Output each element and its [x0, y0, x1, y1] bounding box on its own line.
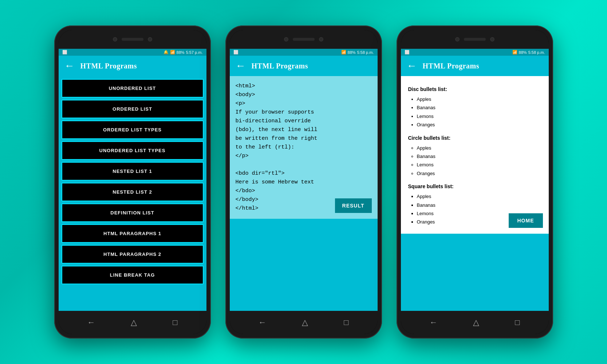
signal-icon-2: 📶: [341, 50, 346, 55]
disc-item-apples: Apples: [417, 95, 541, 103]
status-bar-1: ⬜ 🔔 📶 88% 5:57 p.m.: [59, 49, 206, 56]
menu-item-line-break-tag[interactable]: LINE BREAK TAG: [62, 266, 204, 284]
phone-bottom-2: ← △ □: [230, 311, 378, 334]
status-icons-2: 📶 88% 5:58 p.m.: [341, 50, 374, 55]
result-screen-wrapper: Disc bullets list: Apples Bananas Lemons…: [401, 76, 549, 311]
circle-item-bananas: Bananas: [417, 152, 541, 161]
phone-3: ⬜ 📶 88% 5:58 p.m. ← HTML Programs Disc b…: [397, 25, 553, 339]
menu-item-html-paragraphs-2[interactable]: HTML PARAGRAPHS 2: [62, 245, 204, 264]
camera-2: [284, 37, 288, 41]
nav-home-1[interactable]: △: [131, 318, 137, 327]
time-2: 5:58 p.m.: [357, 50, 374, 55]
app-title-2: HTML Programs: [252, 62, 308, 70]
result-screen: Disc bullets list: Apples Bananas Lemons…: [401, 76, 549, 234]
menu-item-html-paragraphs-1[interactable]: HTML PARAGRAPHS 1: [62, 224, 204, 243]
square-item-apples: Apples: [417, 192, 541, 201]
disc-item-bananas: Bananas: [417, 103, 541, 112]
nav-back-1[interactable]: ←: [87, 318, 95, 327]
status-icons-3: 📶 88% 5:58 p.m.: [512, 50, 545, 55]
square-item-bananas: Bananas: [417, 201, 541, 209]
circle-section-title: Circle bullets list:: [408, 135, 541, 141]
battery-1: 88%: [177, 50, 185, 55]
disc-list: Apples Bananas Lemons Oranges: [417, 95, 541, 129]
camera-3: [455, 37, 460, 41]
menu-item-nested-list-2[interactable]: NESTED LIST 2: [62, 183, 204, 201]
time-3: 5:58 p.m.: [528, 50, 545, 55]
phone-top-3: [401, 30, 549, 49]
phone-bottom-1: ← △ □: [59, 311, 206, 334]
time-1: 5:57 p.m.: [186, 50, 203, 55]
nav-recent-2[interactable]: □: [344, 318, 348, 327]
battery-3: 88%: [519, 50, 527, 55]
speaker-1: [122, 38, 143, 41]
app-header-2: ← HTML Programs: [230, 56, 378, 76]
camera-1: [113, 37, 117, 41]
home-button[interactable]: HOME: [509, 213, 543, 228]
nav-home-2[interactable]: △: [302, 318, 308, 327]
menu-item-unordered-list[interactable]: UNORDERED LIST: [62, 79, 204, 98]
speaker-2: [293, 38, 315, 41]
nav-recent-1[interactable]: □: [173, 318, 177, 327]
disc-item-oranges: Oranges: [417, 120, 541, 129]
phone-top-2: [230, 30, 378, 49]
back-button-3[interactable]: ←: [407, 61, 417, 71]
circle-item-lemons: Lemons: [417, 161, 541, 169]
status-icons-1: 🔔 📶 88% 5:57 p.m.: [163, 50, 203, 55]
camera-2b: [319, 37, 323, 41]
phone-bottom-3: ← △ □: [401, 311, 549, 334]
nav-home-3[interactable]: △: [473, 318, 479, 327]
status-left-1: ⬜: [62, 50, 67, 55]
app-header-3: ← HTML Programs: [401, 56, 549, 76]
camera-3b: [490, 37, 494, 41]
speaker-3: [464, 38, 486, 41]
menu-item-unordered-list-types[interactable]: UNORDERED LIST TYPES: [62, 141, 204, 160]
status-bar-2: ⬜ 📶 88% 5:58 p.m.: [230, 49, 378, 56]
phone-1: ⬜ 🔔 📶 88% 5:57 p.m. ← HTML Programs UNOR…: [54, 25, 211, 339]
back-button-2[interactable]: ←: [236, 61, 246, 71]
menu-item-ordered-list[interactable]: ORDERED LIST: [62, 100, 204, 118]
menu-list: UNORDERED LIST ORDERED LIST ORDERED LIST…: [59, 76, 206, 287]
signal-icon-3: 📶: [512, 50, 517, 55]
nav-recent-3[interactable]: □: [515, 318, 520, 327]
menu-screen: UNORDERED LIST ORDERED LIST ORDERED LIST…: [59, 76, 206, 311]
menu-item-ordered-list-types[interactable]: ORDERED LIST TYPES: [62, 120, 204, 139]
code-screen-wrapper: <html> <body> <p> If your browser suppor…: [230, 76, 378, 311]
code-block: <html> <body> <p> If your browser suppor…: [236, 82, 372, 213]
app-title-1: HTML Programs: [80, 62, 137, 70]
circle-item-oranges: Oranges: [417, 169, 541, 178]
sim-icon-1: 🔔: [163, 50, 169, 55]
circle-list: Apples Bananas Lemons Oranges: [417, 144, 541, 178]
menu-item-definition-list[interactable]: DEFINITION LIST: [62, 203, 204, 222]
disc-item-lemons: Lemons: [417, 112, 541, 120]
status-left-3: ⬜: [405, 50, 410, 55]
nav-back-2[interactable]: ←: [258, 318, 266, 327]
phone-top-1: [59, 30, 206, 49]
app-header-1: ← HTML Programs: [59, 56, 206, 76]
nav-back-3[interactable]: ←: [429, 318, 437, 327]
square-section-title: Square bullets list:: [408, 183, 541, 189]
code-screen: <html> <body> <p> If your browser suppor…: [230, 76, 378, 219]
status-bar-3: ⬜ 📶 88% 5:58 p.m.: [401, 49, 549, 56]
result-button[interactable]: RESULT: [335, 198, 372, 213]
battery-2: 88%: [348, 50, 356, 55]
status-left-2: ⬜: [233, 50, 239, 55]
disc-section-title: Disc bullets list:: [408, 86, 541, 92]
back-button-1[interactable]: ←: [64, 61, 75, 71]
phone-2: ⬜ 📶 88% 5:58 p.m. ← HTML Programs <html>…: [225, 25, 382, 339]
circle-item-apples: Apples: [417, 144, 541, 152]
camera-1b: [148, 37, 152, 41]
menu-item-nested-list-1[interactable]: NESTED LIST 1: [62, 162, 204, 181]
signal-icon-1: 📶: [170, 50, 175, 55]
app-title-3: HTML Programs: [423, 62, 480, 70]
